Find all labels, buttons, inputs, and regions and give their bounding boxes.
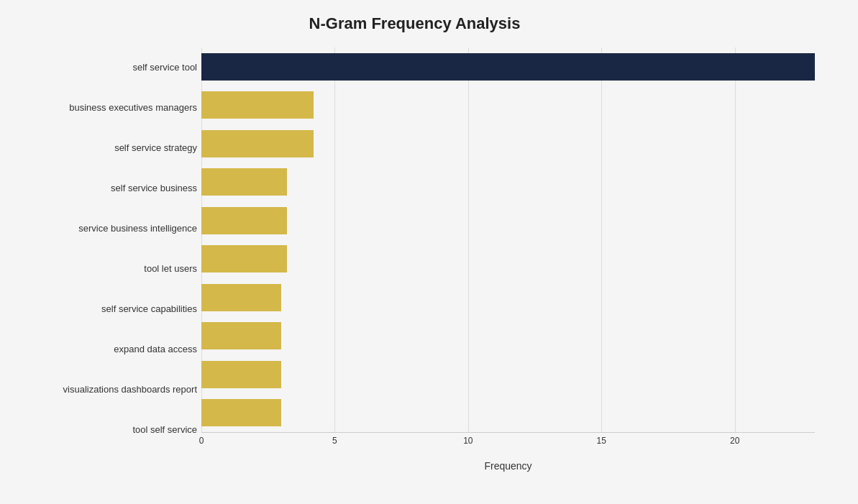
y-label: business executives managers xyxy=(14,90,197,126)
bar xyxy=(201,284,281,311)
bar xyxy=(201,130,314,157)
bar xyxy=(201,91,314,119)
bar xyxy=(201,53,815,81)
y-labels: self service toolbusiness executives man… xyxy=(14,47,201,472)
bar-row xyxy=(201,318,815,354)
bar-row xyxy=(201,357,815,393)
bar-row xyxy=(201,126,815,162)
x-axis-title: Frequency xyxy=(201,460,815,472)
x-tick: 0 xyxy=(199,436,204,446)
bars-container xyxy=(201,47,815,432)
bar xyxy=(201,361,281,388)
bar-row xyxy=(201,87,815,123)
y-label: service business intelligence xyxy=(14,211,197,247)
y-label: self service tool xyxy=(14,50,197,86)
bar-row xyxy=(201,49,815,85)
y-label: self service strategy xyxy=(14,130,197,166)
x-axis-labels: 05101520 xyxy=(201,436,815,457)
y-label: visualizations dashboards report xyxy=(14,372,197,408)
y-label: self service capabilities xyxy=(14,291,197,327)
bar-row xyxy=(201,280,815,316)
chart-area: self service toolbusiness executives man… xyxy=(14,47,815,472)
x-tick: 10 xyxy=(463,436,473,446)
x-tick: 15 xyxy=(597,436,606,446)
plot-area: 05101520 Frequency xyxy=(201,47,815,472)
x-tick: 5 xyxy=(332,436,337,446)
bar xyxy=(201,207,287,234)
chart-title: N-Gram Frequency Analysis xyxy=(14,14,815,33)
y-label: tool let users xyxy=(14,251,197,287)
bar-row xyxy=(201,203,815,239)
bar xyxy=(201,322,281,349)
y-label: expand data access xyxy=(14,331,197,367)
x-tick: 20 xyxy=(730,436,739,446)
bar xyxy=(201,399,281,426)
chart-container: N-Gram Frequency Analysis self service t… xyxy=(0,0,858,504)
bar-row xyxy=(201,164,815,200)
bar xyxy=(201,168,287,196)
bar xyxy=(201,245,287,272)
bar-row xyxy=(201,241,815,277)
grid-and-bars xyxy=(201,47,815,433)
y-label: tool self service xyxy=(14,412,197,448)
y-label: self service business xyxy=(14,170,197,206)
bar-row xyxy=(201,395,815,431)
